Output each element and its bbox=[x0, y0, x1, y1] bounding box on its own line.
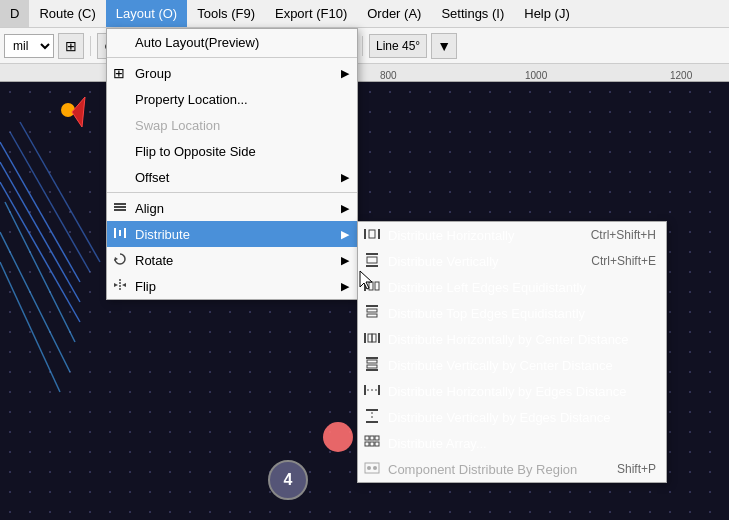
svg-line-5 bbox=[5, 202, 75, 342]
submenu-dist-v[interactable]: Distribute Vertically Ctrl+Shift+E bbox=[358, 248, 666, 274]
svg-rect-11 bbox=[114, 203, 126, 205]
menu-property-location[interactable]: Property Location... bbox=[107, 86, 357, 112]
menu-flip[interactable]: Flip ▶ bbox=[107, 273, 357, 299]
page-number-button[interactable]: 4 bbox=[268, 460, 308, 500]
svg-rect-48 bbox=[375, 442, 379, 446]
distribute-icon bbox=[113, 226, 127, 243]
svg-marker-54 bbox=[114, 283, 118, 287]
submenu-dist-vedge[interactable]: Distribute Vertically by Edges Distance bbox=[358, 404, 666, 430]
svg-rect-41 bbox=[366, 421, 378, 423]
svg-rect-16 bbox=[124, 228, 126, 238]
svg-rect-46 bbox=[365, 442, 369, 446]
menu-sep-2 bbox=[107, 192, 357, 193]
menu-item-d[interactable]: D bbox=[0, 0, 29, 27]
svg-rect-22 bbox=[367, 257, 377, 263]
line-angle-label: Line 45° bbox=[369, 34, 427, 58]
dist-vedge-label: Distribute Vertically by Edges Distance bbox=[388, 410, 656, 425]
menu-swap-location: Swap Location bbox=[107, 112, 357, 138]
svg-line-4 bbox=[20, 122, 100, 262]
svg-marker-55 bbox=[122, 283, 126, 287]
svg-rect-15 bbox=[119, 230, 121, 236]
toolbar-separator-1 bbox=[90, 36, 91, 56]
rotate-label: Rotate bbox=[135, 253, 347, 268]
submenu-dist-array[interactable]: Distribute Array... bbox=[358, 430, 666, 456]
distribute-label: Distribute bbox=[135, 227, 347, 242]
ruler-mark-1200: 1200 bbox=[670, 70, 692, 81]
dist-hcenter-icon bbox=[364, 331, 380, 348]
menu-offset[interactable]: Offset ▶ bbox=[107, 164, 357, 190]
svg-rect-27 bbox=[367, 309, 377, 312]
dist-h-icon bbox=[364, 227, 380, 244]
svg-rect-24 bbox=[369, 282, 373, 290]
dist-array-label: Distribute Array... bbox=[388, 436, 656, 451]
group-label: Group bbox=[135, 66, 347, 81]
menu-item-order[interactable]: Order (A) bbox=[357, 0, 431, 27]
auto-layout-label: Auto Layout(Preview) bbox=[135, 35, 347, 50]
svg-rect-32 bbox=[372, 334, 376, 342]
submenu-dist-region: Component Distribute By Region Shift+P bbox=[358, 456, 666, 482]
menu-item-help[interactable]: Help (J) bbox=[514, 0, 580, 27]
ruler-mark-800: 800 bbox=[380, 70, 397, 81]
dist-left-icon bbox=[364, 279, 380, 296]
group-icon: ⊞ bbox=[113, 65, 125, 81]
dropdown-arrow[interactable]: ▼ bbox=[431, 33, 457, 59]
dist-region-label: Component Distribute By Region bbox=[388, 462, 617, 477]
submenu-dist-top[interactable]: Distribute Top Edges Equidistantly bbox=[358, 300, 666, 326]
flip-icon bbox=[113, 278, 127, 295]
unit-select[interactable]: mil mm bbox=[4, 34, 54, 58]
submenu-dist-h[interactable]: Distribute Horizontally Ctrl+Shift+H bbox=[358, 222, 666, 248]
menu-item-settings[interactable]: Settings (I) bbox=[431, 0, 514, 27]
svg-rect-38 bbox=[378, 385, 380, 395]
svg-rect-33 bbox=[366, 357, 378, 359]
dist-top-icon bbox=[364, 305, 380, 322]
submenu-dist-vcenter[interactable]: Distribute Vertically by Center Distance bbox=[358, 352, 666, 378]
dist-hedge-label: Distribute Horizontally by Edges Distanc… bbox=[388, 384, 656, 399]
menu-group[interactable]: ⊞ Group ▶ bbox=[107, 60, 357, 86]
svg-rect-37 bbox=[364, 385, 366, 395]
menu-item-export[interactable]: Export (F10) bbox=[265, 0, 357, 27]
svg-rect-47 bbox=[370, 442, 374, 446]
menu-align[interactable]: Align ▶ bbox=[107, 195, 357, 221]
grid-button[interactable]: ⊞ bbox=[58, 33, 84, 59]
svg-rect-31 bbox=[368, 334, 372, 342]
menu-item-route[interactable]: Route (C) bbox=[29, 0, 105, 27]
svg-rect-30 bbox=[378, 333, 380, 343]
svg-rect-40 bbox=[366, 409, 378, 411]
svg-marker-9 bbox=[72, 97, 85, 127]
svg-rect-20 bbox=[366, 253, 378, 255]
menu-auto-layout[interactable]: Auto Layout(Preview) bbox=[107, 29, 357, 55]
offset-arrow: ▶ bbox=[341, 171, 349, 184]
menu-flip-opposite[interactable]: Flip to Opposite Side bbox=[107, 138, 357, 164]
svg-rect-13 bbox=[114, 209, 126, 211]
flip-arrow: ▶ bbox=[341, 280, 349, 293]
svg-rect-43 bbox=[365, 436, 369, 440]
svg-line-6 bbox=[0, 232, 70, 372]
align-icon bbox=[113, 200, 127, 217]
align-arrow: ▶ bbox=[341, 202, 349, 215]
svg-rect-36 bbox=[367, 365, 377, 368]
swap-location-label: Swap Location bbox=[135, 118, 347, 133]
submenu-dist-hcenter[interactable]: Distribute Horizontally by Center Distan… bbox=[358, 326, 666, 352]
dist-h-label: Distribute Horizontally bbox=[388, 228, 591, 243]
dist-vcenter-label: Distribute Vertically by Center Distance bbox=[388, 358, 656, 373]
menu-item-layout[interactable]: Layout (O) bbox=[106, 0, 187, 27]
svg-rect-28 bbox=[367, 314, 377, 317]
svg-point-51 bbox=[373, 466, 377, 470]
submenu-dist-left[interactable]: Distribute Left Edges Equidistantly bbox=[358, 274, 666, 300]
distribute-arrow: ▶ bbox=[341, 228, 349, 241]
dist-region-shortcut: Shift+P bbox=[617, 462, 656, 476]
svg-rect-18 bbox=[378, 229, 380, 239]
menu-distribute[interactable]: Distribute ▶ Distribute Horizontally Ctr… bbox=[107, 221, 357, 247]
svg-rect-23 bbox=[364, 281, 366, 291]
svg-rect-12 bbox=[114, 206, 126, 208]
svg-rect-17 bbox=[364, 229, 366, 239]
distribute-submenu: Distribute Horizontally Ctrl+Shift+H Dis… bbox=[357, 221, 667, 483]
svg-rect-19 bbox=[369, 230, 375, 238]
dist-v-icon bbox=[364, 253, 380, 270]
submenu-dist-hedge[interactable]: Distribute Horizontally by Edges Distanc… bbox=[358, 378, 666, 404]
flip-label: Flip bbox=[135, 279, 347, 294]
page-number: 4 bbox=[284, 471, 293, 489]
menu-rotate[interactable]: Rotate ▶ bbox=[107, 247, 357, 273]
layout-dropdown: Auto Layout(Preview) ⊞ Group ▶ Property … bbox=[106, 28, 358, 300]
menu-item-tools[interactable]: Tools (F9) bbox=[187, 0, 265, 27]
